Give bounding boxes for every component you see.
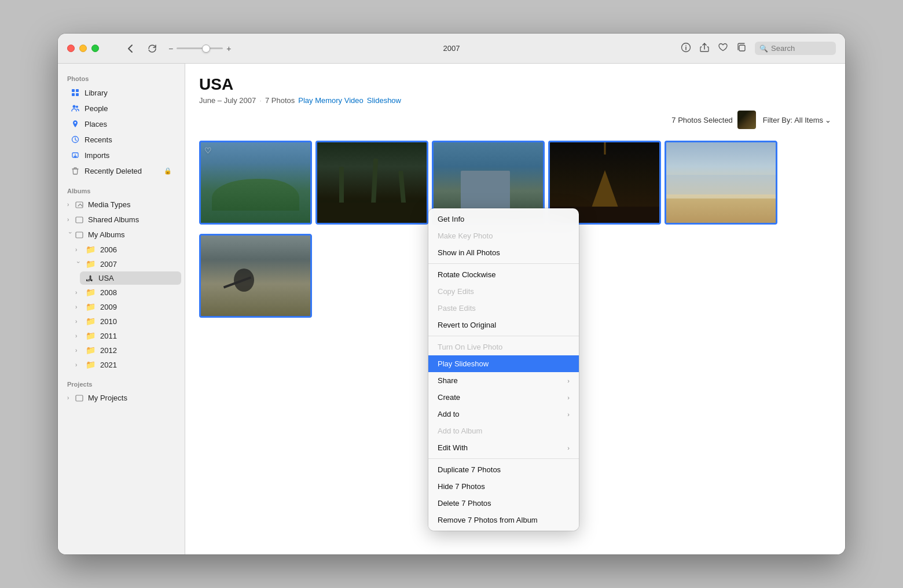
svg-rect-13 <box>76 217 83 223</box>
slideshow-link[interactable]: Slideshow <box>367 96 401 105</box>
sidebar-item-library[interactable]: Library <box>61 85 181 100</box>
my-projects-chevron: › <box>67 395 73 401</box>
traffic-lights <box>67 45 99 52</box>
menu-item-rotate-clockwise[interactable]: Rotate Clockwise <box>428 266 579 283</box>
sidebar-item-2006[interactable]: › 📁 2006 <box>69 242 181 256</box>
menu-item-paste-edits: Paste Edits <box>428 300 579 317</box>
photo-thumb-1[interactable]: ♡ <box>199 141 312 225</box>
show-in-all-photos-label: Show in All Photos <box>438 248 500 257</box>
shared-albums-chevron: › <box>67 216 73 223</box>
2021-label: 2021 <box>100 361 117 369</box>
favorite-icon[interactable] <box>718 42 728 55</box>
2009-chevron: › <box>75 304 81 310</box>
shared-albums-label: Shared Albums <box>88 215 139 224</box>
menu-item-duplicate[interactable]: Duplicate 7 Photos <box>428 461 579 478</box>
my-projects-header[interactable]: › My Projects <box>61 391 181 405</box>
2021-folder-icon: 📁 <box>86 360 96 369</box>
recently-deleted-label: Recently Deleted <box>85 167 142 175</box>
zoom-out-button[interactable]: − <box>168 44 173 53</box>
sidebar-item-usa[interactable]: 🏞 USA <box>80 271 181 285</box>
photo-thumb-2[interactable] <box>315 141 428 225</box>
menu-item-add-to[interactable]: Add to › <box>428 406 579 422</box>
selected-thumbnail <box>737 111 756 129</box>
share-icon[interactable] <box>699 42 710 55</box>
sidebar-group-shared-albums: › Shared Albums <box>61 212 181 227</box>
create-submenu-arrow: › <box>567 394 570 401</box>
projects-section-title: Projects <box>58 376 185 390</box>
share-label: Share <box>438 376 458 385</box>
zoom-track[interactable] <box>177 47 223 49</box>
search-input[interactable] <box>771 44 829 53</box>
fullscreen-button[interactable] <box>91 45 99 52</box>
menu-item-turn-on-live-photo: Turn On Live Photo <box>428 339 579 355</box>
info-icon[interactable] <box>681 42 691 55</box>
copy-edits-label: Copy Edits <box>438 287 474 296</box>
menu-item-edit-with[interactable]: Edit With › <box>428 439 579 456</box>
2011-chevron: › <box>75 333 81 339</box>
my-albums-label: My Albums <box>88 230 125 239</box>
duplicate-icon[interactable] <box>736 42 747 55</box>
album-meta: June – July 2007 · 7 Photos Play Memory … <box>199 96 831 105</box>
sidebar-item-people[interactable]: People <box>61 101 181 116</box>
menu-item-revert-to-original[interactable]: Revert to Original <box>428 317 579 333</box>
menu-item-show-in-all-photos[interactable]: Show in All Photos <box>428 244 579 261</box>
sidebar-item-2011[interactable]: › 📁 2011 <box>69 329 181 343</box>
usa-album-icon: 🏞 <box>86 274 93 282</box>
close-button[interactable] <box>67 45 75 52</box>
imports-icon <box>71 150 80 160</box>
svg-point-7 <box>73 105 76 108</box>
menu-item-share[interactable]: Share › <box>428 372 579 389</box>
filter-button[interactable]: Filter By: All Items ⌄ <box>763 116 831 124</box>
media-types-chevron: › <box>67 201 73 208</box>
back-button[interactable] <box>122 41 138 57</box>
people-label: People <box>85 104 108 113</box>
zoom-in-button[interactable]: + <box>226 44 231 53</box>
menu-item-create[interactable]: Create › <box>428 389 579 406</box>
titlebar: − + 2007 <box>58 34 845 64</box>
sidebar-item-2008[interactable]: › 📁 2008 <box>69 285 181 299</box>
photo-heart-icon: ♡ <box>204 146 212 155</box>
media-types-header[interactable]: › Media Types <box>61 197 181 212</box>
places-label: Places <box>85 120 107 128</box>
photos-section-title: Photos <box>58 71 185 84</box>
date-range: June – July 2007 <box>199 96 256 105</box>
rotate-button[interactable] <box>144 41 160 57</box>
my-projects-label: My Projects <box>88 394 127 402</box>
sidebar-item-recently-deleted[interactable]: Recently Deleted 🔒 <box>61 163 181 178</box>
duplicate-label: Duplicate 7 Photos <box>438 465 501 474</box>
albums-section-title: Albums <box>58 183 185 197</box>
minimize-button[interactable] <box>79 45 87 52</box>
sidebar-item-2007[interactable]: › 📁 2007 <box>69 257 181 271</box>
sidebar-item-imports[interactable]: Imports <box>61 148 181 163</box>
photo-thumb-5[interactable] <box>665 141 777 225</box>
sidebar-item-2021[interactable]: › 📁 2021 <box>69 358 181 372</box>
shared-albums-header[interactable]: › Shared Albums <box>61 212 181 227</box>
delete-label: Delete 7 Photos <box>438 499 491 508</box>
media-types-icon <box>75 201 83 209</box>
meta-separator: · <box>259 96 262 105</box>
sidebar-item-recents[interactable]: Recents <box>61 132 181 147</box>
2009-folder-icon: 📁 <box>86 302 96 311</box>
zoom-thumb[interactable] <box>202 45 210 53</box>
sidebar-item-2009[interactable]: › 📁 2009 <box>69 300 181 314</box>
2021-chevron: › <box>75 362 81 368</box>
menu-item-get-info[interactable]: Get Info <box>428 211 579 227</box>
places-icon <box>71 119 80 128</box>
sidebar-group-my-albums: › My Albums › 📁 2006 › <box>61 227 181 372</box>
sidebar-item-2010[interactable]: › 📁 2010 <box>69 314 181 328</box>
menu-item-play-slideshow[interactable]: Play Slideshow <box>428 355 579 372</box>
menu-item-delete[interactable]: Delete 7 Photos <box>428 495 579 512</box>
turn-on-live-photo-label: Turn On Live Photo <box>438 343 502 351</box>
search-box: 🔍 <box>755 42 836 55</box>
people-icon <box>71 104 80 113</box>
sidebar-item-2012[interactable]: › 📁 2012 <box>69 343 181 357</box>
svg-rect-2 <box>739 45 745 51</box>
menu-item-remove-from-album[interactable]: Remove 7 Photos from Album <box>428 512 579 528</box>
sidebar-item-places[interactable]: Places <box>61 116 181 131</box>
memory-video-link[interactable]: Play Memory Video <box>298 96 363 105</box>
my-albums-header[interactable]: › My Albums <box>61 227 181 242</box>
menu-item-hide[interactable]: Hide 7 Photos <box>428 478 579 495</box>
photo-thumb-6[interactable] <box>199 234 312 318</box>
filter-chevron-icon: ⌄ <box>825 116 831 124</box>
zoom-slider: − + <box>168 44 231 53</box>
